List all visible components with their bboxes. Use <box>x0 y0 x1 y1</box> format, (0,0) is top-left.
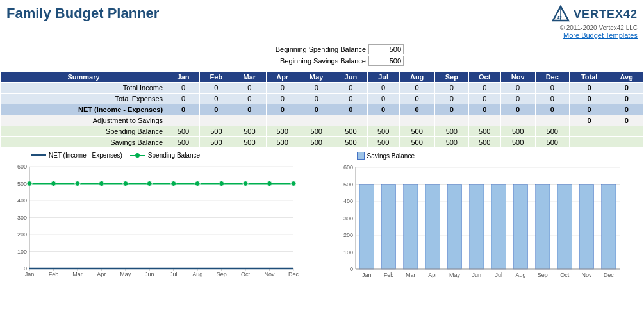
spending-balance-row: Beginning Spending Balance <box>240 44 404 54</box>
col-jun: Jun <box>334 72 367 83</box>
svg-text:500: 500 <box>17 181 27 187</box>
table-cell <box>233 115 266 126</box>
svg-point-48 <box>123 181 128 186</box>
legend-net: NET (Income - Expenses) <box>31 152 122 159</box>
table-cell: 500 <box>468 126 500 137</box>
table-cell <box>569 137 609 148</box>
table-cell: 0 <box>233 104 266 115</box>
table-cell: 500 <box>399 126 434 137</box>
svg-text:0: 0 <box>349 266 352 272</box>
spending-balance-input[interactable] <box>368 44 404 54</box>
svg-text:400: 400 <box>343 198 352 204</box>
col-nov: Nov <box>500 72 535 83</box>
table-cell <box>299 115 334 126</box>
table-cell <box>609 126 644 137</box>
table-cell: 0 <box>535 104 569 115</box>
summary-table: Summary Jan Feb Mar Apr May Jun Jul Aug … <box>0 71 644 148</box>
table-cell: 0 <box>535 83 569 94</box>
legend-net-line <box>31 154 46 156</box>
table-cell: 500 <box>167 137 200 148</box>
svg-text:400: 400 <box>17 197 27 204</box>
row-label: Total Expenses <box>1 94 167 104</box>
svg-rect-74 <box>447 185 461 270</box>
svg-text:200: 200 <box>343 232 352 238</box>
svg-text:May: May <box>449 272 460 278</box>
table-cell: 500 <box>266 137 299 148</box>
savings-balance-label: Beginning Savings Balance <box>240 57 368 65</box>
col-dec: Dec <box>535 72 569 83</box>
spending-balance-label: Beginning Spending Balance <box>240 45 368 53</box>
row-label: NET (Income - Expenses) <box>1 104 167 115</box>
table-cell: 0 <box>569 104 609 115</box>
table-cell: 0 <box>434 94 468 104</box>
col-jul: Jul <box>367 72 399 83</box>
table-cell: 0 <box>569 115 609 126</box>
right-chart-container: Savings Balance 0100200300400500600JanFe… <box>318 152 645 287</box>
svg-rect-71 <box>381 185 395 270</box>
more-templates-link[interactable]: More Budget Templates <box>552 31 638 39</box>
legend-spending-dot <box>135 153 140 158</box>
left-chart-svg: 0100200300400500600JanFebMarAprMayJunJul… <box>5 161 300 286</box>
table-cell: 500 <box>468 137 500 148</box>
col-feb: Feb <box>199 72 233 83</box>
svg-point-49 <box>147 181 152 186</box>
table-cell: 500 <box>500 126 535 137</box>
table-cell: 500 <box>500 137 535 148</box>
table-row: Total Income00000000000000 <box>1 83 644 94</box>
table-cell: 500 <box>399 137 434 148</box>
table-cell <box>334 115 367 126</box>
table-cell: 500 <box>535 137 569 148</box>
svg-text:Sep: Sep <box>217 271 227 277</box>
balances-section: Beginning Spending Balance Beginning Sav… <box>0 44 644 67</box>
col-sep: Sep <box>434 72 468 83</box>
svg-text:42: 42 <box>557 15 562 20</box>
table-cell: 0 <box>367 104 399 115</box>
legend-spending-line <box>130 155 145 156</box>
table-row: NET (Income - Expenses)00000000000000 <box>1 104 644 115</box>
svg-text:Dec: Dec <box>288 271 299 277</box>
table-cell: 0 <box>468 104 500 115</box>
row-label: Total Income <box>1 83 167 94</box>
svg-text:Aug: Aug <box>515 272 525 278</box>
table-cell <box>569 126 609 137</box>
col-apr: Apr <box>266 72 299 83</box>
col-total: Total <box>569 72 609 83</box>
table-cell <box>266 115 299 126</box>
table-cell: 0 <box>399 104 434 115</box>
table-cell <box>167 115 200 126</box>
svg-text:Jan: Jan <box>25 271 35 277</box>
savings-balance-input[interactable] <box>368 56 404 66</box>
svg-rect-80 <box>579 185 593 270</box>
table-cell: 0 <box>334 83 367 94</box>
table-cell: 0 <box>569 83 609 94</box>
table-cell: 0 <box>233 83 266 94</box>
svg-rect-79 <box>557 185 572 270</box>
table-cell: 0 <box>167 83 200 94</box>
svg-text:May: May <box>120 271 131 277</box>
table-cell: 500 <box>299 137 334 148</box>
svg-point-46 <box>75 181 80 186</box>
col-may: May <box>299 72 334 83</box>
svg-point-51 <box>195 181 200 186</box>
table-cell: 500 <box>266 126 299 137</box>
svg-point-50 <box>171 181 176 186</box>
table-cell: 500 <box>434 126 468 137</box>
table-cell: 500 <box>334 137 367 148</box>
charts-area: NET (Income - Expenses) Spending Balance… <box>0 152 644 287</box>
svg-text:Nov: Nov <box>265 271 276 277</box>
table-cell <box>367 115 399 126</box>
table-cell: 0 <box>167 94 200 104</box>
logo-text: VERTEX42 <box>574 8 638 21</box>
svg-point-54 <box>267 181 272 186</box>
col-summary: Summary <box>1 72 167 83</box>
table-cell <box>199 115 233 126</box>
svg-text:500: 500 <box>343 181 352 188</box>
svg-text:100: 100 <box>17 249 27 255</box>
table-cell: 0 <box>233 94 266 104</box>
table-cell: 0 <box>199 83 233 94</box>
svg-text:Jan: Jan <box>361 272 371 278</box>
table-cell: 500 <box>334 126 367 137</box>
table-cell: 0 <box>299 94 334 104</box>
table-cell: 0 <box>266 83 299 94</box>
svg-text:100: 100 <box>343 249 352 256</box>
